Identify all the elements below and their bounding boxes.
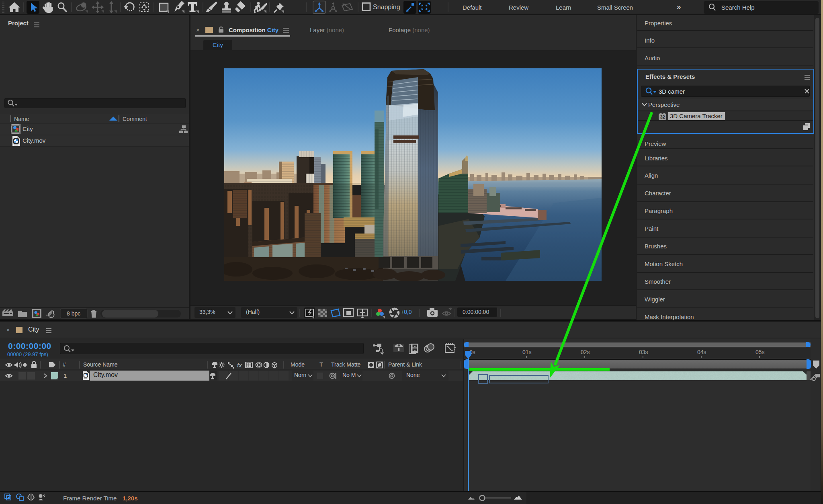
- svg-text:fx: fx: [237, 362, 242, 369]
- svg-text:32: 32: [660, 115, 665, 119]
